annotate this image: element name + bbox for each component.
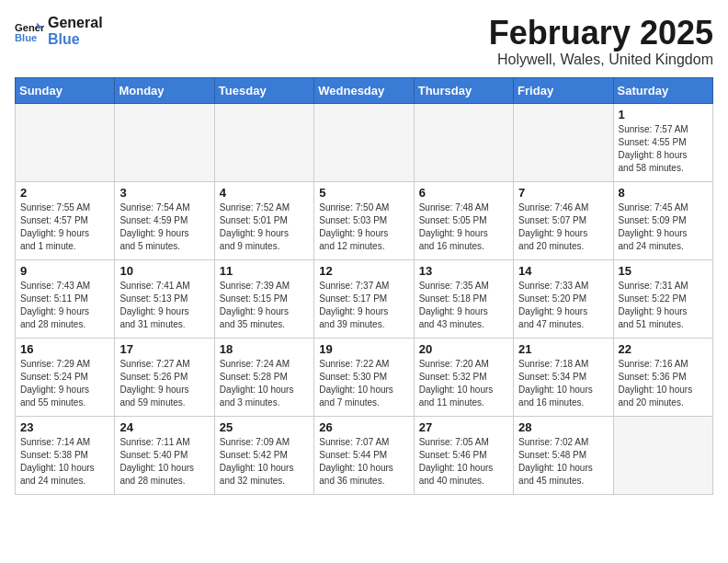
calendar-cell: 13Sunrise: 7:35 AM Sunset: 5:18 PM Dayli… <box>414 259 513 338</box>
title-area: February 2025 Holywell, Wales, United Ki… <box>489 15 713 68</box>
day-info: Sunrise: 7:37 AM Sunset: 5:17 PM Dayligh… <box>319 280 408 331</box>
day-number: 5 <box>319 186 408 200</box>
day-info: Sunrise: 7:39 AM Sunset: 5:15 PM Dayligh… <box>220 280 309 331</box>
day-info: Sunrise: 7:02 AM Sunset: 5:48 PM Dayligh… <box>518 436 608 488</box>
day-number: 22 <box>619 342 708 356</box>
month-title: February 2025 <box>489 15 713 52</box>
day-number: 7 <box>518 186 608 200</box>
day-number: 1 <box>619 108 708 121</box>
calendar-cell <box>514 103 613 181</box>
day-number: 25 <box>220 420 309 434</box>
day-info: Sunrise: 7:14 AM Sunset: 5:38 PM Dayligh… <box>20 436 109 488</box>
calendar-header-row: SundayMondayTuesdayWednesdayThursdayFrid… <box>16 77 713 103</box>
calendar-cell: 14Sunrise: 7:33 AM Sunset: 5:20 PM Dayli… <box>514 259 613 338</box>
day-info: Sunrise: 7:57 AM Sunset: 4:55 PM Dayligh… <box>619 123 708 175</box>
calendar-cell: 19Sunrise: 7:22 AM Sunset: 5:30 PM Dayli… <box>314 338 414 416</box>
day-number: 28 <box>518 420 608 434</box>
weekday-header-friday: Friday <box>514 77 613 103</box>
day-info: Sunrise: 7:22 AM Sunset: 5:30 PM Dayligh… <box>319 358 408 409</box>
day-number: 17 <box>119 342 209 356</box>
calendar-cell: 4Sunrise: 7:52 AM Sunset: 5:01 PM Daylig… <box>214 181 313 259</box>
logo: General Blue General Blue <box>15 15 103 48</box>
day-number: 8 <box>619 186 708 200</box>
calendar-cell: 15Sunrise: 7:31 AM Sunset: 5:22 PM Dayli… <box>613 259 712 338</box>
calendar-week-2: 9Sunrise: 7:43 AM Sunset: 5:11 PM Daylig… <box>16 259 713 338</box>
calendar-cell <box>314 103 414 181</box>
calendar-cell: 16Sunrise: 7:29 AM Sunset: 5:24 PM Dayli… <box>16 338 115 416</box>
day-info: Sunrise: 7:43 AM Sunset: 5:11 PM Dayligh… <box>20 280 109 331</box>
calendar-cell: 26Sunrise: 7:07 AM Sunset: 5:44 PM Dayli… <box>314 416 414 494</box>
day-number: 12 <box>319 264 408 278</box>
day-number: 18 <box>220 342 309 356</box>
calendar-week-1: 2Sunrise: 7:55 AM Sunset: 4:57 PM Daylig… <box>16 181 713 259</box>
weekday-header-wednesday: Wednesday <box>314 77 414 103</box>
calendar-cell: 18Sunrise: 7:24 AM Sunset: 5:28 PM Dayli… <box>214 338 313 416</box>
day-number: 26 <box>319 420 408 434</box>
day-info: Sunrise: 7:05 AM Sunset: 5:46 PM Dayligh… <box>419 436 508 488</box>
day-number: 10 <box>119 264 209 278</box>
day-number: 2 <box>20 186 109 200</box>
calendar-cell <box>214 103 313 181</box>
calendar-table: SundayMondayTuesdayWednesdayThursdayFrid… <box>15 77 713 495</box>
day-info: Sunrise: 7:48 AM Sunset: 5:05 PM Dayligh… <box>419 201 508 253</box>
weekday-header-tuesday: Tuesday <box>214 77 313 103</box>
logo-blue: Blue <box>48 31 103 48</box>
weekday-header-thursday: Thursday <box>414 77 513 103</box>
day-info: Sunrise: 7:27 AM Sunset: 5:26 PM Dayligh… <box>119 358 209 409</box>
weekday-header-sunday: Sunday <box>16 77 115 103</box>
calendar-week-4: 23Sunrise: 7:14 AM Sunset: 5:38 PM Dayli… <box>16 416 713 494</box>
day-info: Sunrise: 7:24 AM Sunset: 5:28 PM Dayligh… <box>220 358 309 409</box>
day-info: Sunrise: 7:35 AM Sunset: 5:18 PM Dayligh… <box>419 280 508 331</box>
svg-text:Blue: Blue <box>15 32 37 43</box>
logo-general: General <box>48 15 103 31</box>
calendar-cell: 10Sunrise: 7:41 AM Sunset: 5:13 PM Dayli… <box>115 259 214 338</box>
calendar-cell: 28Sunrise: 7:02 AM Sunset: 5:48 PM Dayli… <box>514 416 613 494</box>
day-number: 27 <box>419 420 508 434</box>
day-info: Sunrise: 7:16 AM Sunset: 5:36 PM Dayligh… <box>619 358 708 409</box>
day-number: 6 <box>419 186 508 200</box>
page-header: General Blue General Blue February 2025 … <box>15 15 713 68</box>
calendar-cell: 25Sunrise: 7:09 AM Sunset: 5:42 PM Dayli… <box>214 416 313 494</box>
day-number: 13 <box>419 264 508 278</box>
day-info: Sunrise: 7:33 AM Sunset: 5:20 PM Dayligh… <box>518 280 608 331</box>
calendar-cell: 23Sunrise: 7:14 AM Sunset: 5:38 PM Dayli… <box>16 416 115 494</box>
day-info: Sunrise: 7:41 AM Sunset: 5:13 PM Dayligh… <box>119 280 209 331</box>
day-info: Sunrise: 7:50 AM Sunset: 5:03 PM Dayligh… <box>319 201 408 253</box>
day-number: 20 <box>419 342 508 356</box>
day-info: Sunrise: 7:45 AM Sunset: 5:09 PM Dayligh… <box>619 201 708 253</box>
day-number: 14 <box>518 264 608 278</box>
weekday-header-saturday: Saturday <box>613 77 712 103</box>
calendar-cell <box>613 416 712 494</box>
calendar-cell <box>115 103 214 181</box>
calendar-cell: 11Sunrise: 7:39 AM Sunset: 5:15 PM Dayli… <box>214 259 313 338</box>
day-info: Sunrise: 7:54 AM Sunset: 4:59 PM Dayligh… <box>119 201 209 253</box>
location-title: Holywell, Wales, United Kingdom <box>489 52 713 68</box>
day-number: 16 <box>20 342 109 356</box>
day-info: Sunrise: 7:31 AM Sunset: 5:22 PM Dayligh… <box>619 280 708 331</box>
day-info: Sunrise: 7:09 AM Sunset: 5:42 PM Dayligh… <box>220 436 309 488</box>
day-number: 9 <box>20 264 109 278</box>
calendar-cell: 7Sunrise: 7:46 AM Sunset: 5:07 PM Daylig… <box>514 181 613 259</box>
day-number: 15 <box>619 264 708 278</box>
day-info: Sunrise: 7:52 AM Sunset: 5:01 PM Dayligh… <box>220 201 309 253</box>
calendar-cell <box>16 103 115 181</box>
day-info: Sunrise: 7:55 AM Sunset: 4:57 PM Dayligh… <box>20 201 109 253</box>
calendar-cell: 2Sunrise: 7:55 AM Sunset: 4:57 PM Daylig… <box>16 181 115 259</box>
day-info: Sunrise: 7:29 AM Sunset: 5:24 PM Dayligh… <box>20 358 109 409</box>
day-number: 19 <box>319 342 408 356</box>
logo-icon: General Blue <box>15 17 44 46</box>
calendar-cell: 24Sunrise: 7:11 AM Sunset: 5:40 PM Dayli… <box>115 416 214 494</box>
calendar-cell: 20Sunrise: 7:20 AM Sunset: 5:32 PM Dayli… <box>414 338 513 416</box>
calendar-week-3: 16Sunrise: 7:29 AM Sunset: 5:24 PM Dayli… <box>16 338 713 416</box>
day-number: 24 <box>119 420 209 434</box>
calendar-cell: 6Sunrise: 7:48 AM Sunset: 5:05 PM Daylig… <box>414 181 513 259</box>
calendar-cell: 8Sunrise: 7:45 AM Sunset: 5:09 PM Daylig… <box>613 181 712 259</box>
day-number: 4 <box>220 186 309 200</box>
day-number: 21 <box>518 342 608 356</box>
calendar-cell: 5Sunrise: 7:50 AM Sunset: 5:03 PM Daylig… <box>314 181 414 259</box>
calendar-cell: 1Sunrise: 7:57 AM Sunset: 4:55 PM Daylig… <box>613 103 712 181</box>
day-number: 23 <box>20 420 109 434</box>
calendar-cell: 12Sunrise: 7:37 AM Sunset: 5:17 PM Dayli… <box>314 259 414 338</box>
day-info: Sunrise: 7:18 AM Sunset: 5:34 PM Dayligh… <box>518 358 608 409</box>
day-info: Sunrise: 7:20 AM Sunset: 5:32 PM Dayligh… <box>419 358 508 409</box>
